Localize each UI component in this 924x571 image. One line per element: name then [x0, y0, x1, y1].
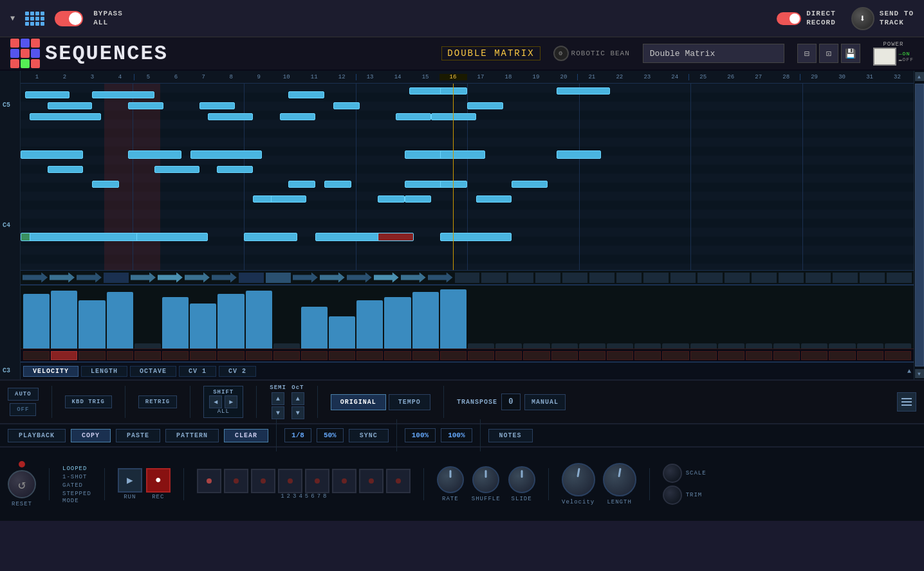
velocity-bar-27[interactable] [746, 343, 772, 349]
mode-oneshot[interactable]: 1-SHOT [62, 473, 91, 481]
gate-pat-cell-21[interactable] [579, 351, 605, 360]
gate-pat-cell-20[interactable] [551, 351, 578, 360]
gate-cell-dim[interactable] [535, 273, 560, 283]
gate-pat-cell-31[interactable] [857, 351, 883, 360]
velocity-bar-20[interactable] [551, 343, 578, 349]
gate-cell-empty[interactable] [239, 273, 264, 283]
gate-cell-dim[interactable] [589, 273, 614, 283]
retrig-button[interactable]: RETRIG [138, 395, 177, 408]
shift-left-button[interactable]: ◀ [209, 395, 222, 408]
tab-octave[interactable]: OCTAVE [130, 366, 176, 377]
gate-pat-cell-7[interactable] [190, 351, 216, 360]
note-block[interactable] [333, 102, 360, 109]
gate-pat-cell-8[interactable] [217, 351, 244, 360]
copy-button[interactable]: COPY [71, 429, 111, 442]
note-block[interactable] [136, 233, 208, 241]
run-button[interactable]: ▶ [118, 468, 142, 493]
note-block[interactable] [48, 166, 84, 173]
paste-button[interactable]: PASTE [116, 429, 160, 442]
gate-cell-dim[interactable] [752, 273, 777, 283]
gate-pat-cell-27[interactable] [746, 351, 772, 360]
oct-up-button[interactable]: ▲ [291, 392, 304, 405]
velocity-bar-28[interactable] [773, 343, 800, 349]
tab-cv1[interactable]: CV 1 [179, 366, 216, 377]
send-to-track-icon[interactable]: ⬇ [851, 7, 874, 30]
tab-velocity[interactable]: VELOCITY [23, 366, 79, 377]
gate-cell-dim[interactable] [643, 273, 669, 283]
scroll-up-arrow[interactable]: ▲ [915, 72, 924, 81]
scroll-thumb[interactable] [915, 84, 924, 367]
gate-pat-cell-29[interactable] [801, 351, 827, 360]
gate-pat-cell-16[interactable] [440, 351, 467, 360]
velocity-bar-18[interactable] [495, 343, 522, 349]
velocity-bar-22[interactable] [607, 343, 633, 349]
direct-record-btn[interactable]: DIRECTRECORD [777, 10, 836, 26]
gate-cell-empty[interactable] [104, 273, 129, 283]
note-block[interactable] [128, 150, 181, 159]
velocity-bar-5[interactable] [134, 343, 161, 349]
gate-pat-cell-10[interactable] [273, 351, 300, 360]
slide-knob[interactable] [508, 466, 535, 493]
velocity-bar-32[interactable] [885, 343, 911, 349]
gate-arrow[interactable] [77, 273, 102, 283]
velocity-bar-3[interactable] [79, 300, 105, 349]
auto-button[interactable]: AUTO [8, 388, 39, 401]
note-block[interactable] [557, 87, 610, 95]
gate-pat-cell-9[interactable] [246, 351, 272, 360]
grid-scrollbar[interactable]: ▲ ▼ [914, 71, 924, 379]
semi-up-button[interactable]: ▲ [272, 392, 284, 405]
note-block[interactable] [557, 150, 601, 159]
tab-length[interactable]: LENGTH [81, 366, 127, 377]
velocity-bar-1[interactable] [23, 294, 50, 349]
note-block[interactable] [244, 233, 297, 241]
menu-button[interactable] [897, 392, 916, 412]
auto-off-button[interactable]: OFF [10, 403, 36, 416]
power-button[interactable] [873, 48, 896, 66]
scroll-down-arrow[interactable]: ▼ [915, 369, 924, 378]
direct-record-toggle[interactable] [777, 12, 801, 25]
gate-pat-cell-6[interactable] [162, 351, 189, 360]
gate-arrow[interactable] [131, 273, 156, 283]
oct-down-button[interactable]: ▼ [291, 406, 304, 419]
gate-arrow[interactable] [347, 273, 372, 283]
pattern-slot-1[interactable] [197, 469, 221, 493]
velocity-bar-19[interactable] [523, 343, 550, 349]
velocity-bar-4[interactable] [107, 292, 133, 349]
semi-down-button[interactable]: ▼ [272, 406, 284, 419]
pattern-slot-2[interactable] [224, 469, 248, 493]
velocity-knob[interactable] [562, 463, 595, 496]
velocity-bar-31[interactable] [857, 343, 883, 349]
gate-pat-cell-22[interactable] [607, 351, 633, 360]
pattern-slot-5[interactable] [305, 469, 329, 493]
note-block[interactable] [476, 195, 512, 203]
gate-cell[interactable] [266, 273, 291, 283]
velocity-bar-11[interactable] [301, 307, 328, 349]
bypass-all-toggle[interactable] [55, 11, 83, 26]
velocity-bar-16[interactable] [440, 289, 467, 349]
velocity-bar-9[interactable] [246, 291, 272, 349]
gate-pat-cell-17[interactable] [468, 351, 494, 360]
velocity-bar-6[interactable] [162, 297, 189, 349]
note-block[interactable] [199, 102, 236, 109]
velocity-bar-30[interactable] [829, 343, 855, 349]
pattern-slot-8[interactable] [386, 469, 411, 493]
velocity-bar-24[interactable] [662, 343, 688, 349]
velocity-bar-14[interactable] [384, 297, 411, 349]
gate-pat-cell-32[interactable] [885, 351, 911, 360]
gate-cell-dim[interactable] [616, 273, 642, 283]
note-block[interactable] [48, 102, 92, 109]
velocity-bar-8[interactable] [217, 294, 244, 349]
gate-cell-dim[interactable] [698, 273, 723, 283]
tempo-button[interactable]: TEMPO [389, 394, 430, 410]
gate-pat-cell-3[interactable] [79, 351, 105, 360]
preset-input[interactable] [643, 44, 784, 63]
notes-button[interactable]: NOTES [488, 429, 533, 442]
gate-cell-dim[interactable] [887, 273, 912, 283]
gate-arrow[interactable] [428, 273, 453, 283]
send-to-track-btn[interactable]: ⬇ SEND TOTRACK [851, 7, 914, 30]
note-block[interactable] [280, 113, 316, 120]
gate-arrow[interactable] [185, 273, 210, 283]
velocity-bar-23[interactable] [634, 343, 661, 349]
note-block[interactable] [128, 102, 164, 109]
scale-knob[interactable] [663, 464, 682, 483]
